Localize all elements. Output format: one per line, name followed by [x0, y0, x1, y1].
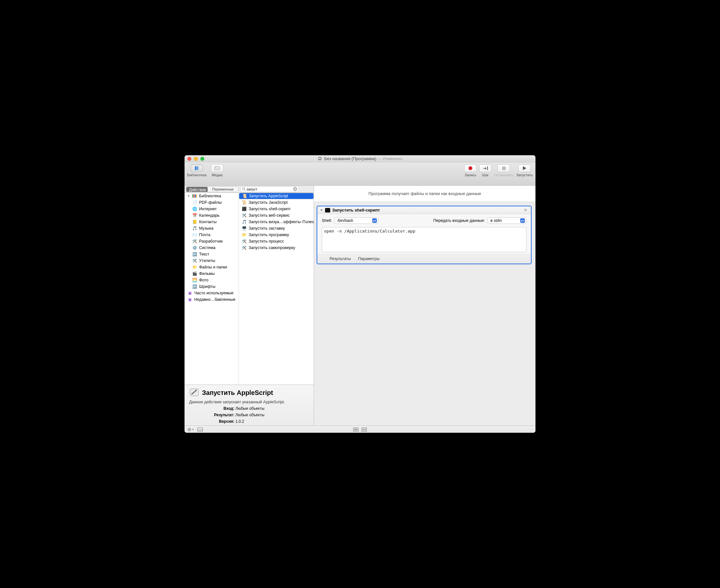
media-icon [214, 166, 220, 170]
actions-variables-segmented: Действия Переменные [186, 186, 239, 192]
svg-rect-6 [192, 194, 193, 197]
shell-select[interactable]: /bin/bash ▴▾ [335, 217, 378, 224]
svg-point-4 [242, 188, 245, 190]
shell-label: Shell: [322, 218, 332, 223]
movies-icon: 🎬 [192, 271, 197, 276]
internet-icon: 🌐 [192, 206, 197, 212]
params-tab[interactable]: Параметры [358, 256, 380, 261]
library-root-label: Библиотека [199, 194, 221, 198]
detail-description: Данное действие запускает указанный Appl… [189, 400, 310, 404]
clear-search-button[interactable]: ✕ [293, 187, 297, 191]
sidebar-item[interactable]: 📅Календарь [184, 212, 239, 219]
sidebar-item[interactable]: ⚙️Система [184, 245, 239, 251]
sidebar-item[interactable]: 🌐Интернет [184, 206, 239, 212]
svg-rect-20 [362, 427, 367, 429]
disclosure-triangle-icon[interactable]: ▼ [320, 208, 323, 212]
toggle-detail-button[interactable] [198, 427, 203, 432]
terminal-icon: ⬛ [241, 206, 247, 212]
sidebar-item[interactable]: 🔤Текст [184, 251, 239, 257]
music-icon: 🎵 [192, 226, 197, 231]
remove-action-button[interactable]: ✕ [523, 208, 528, 212]
tab-variables[interactable]: Переменные [208, 187, 238, 192]
record-icon [468, 166, 472, 170]
shell-script-textarea[interactable]: open -n /Applications/Calculator.app [322, 227, 526, 252]
dropdown-icon: ▴▾ [372, 218, 377, 223]
step-button[interactable]: ➔ [479, 164, 492, 172]
detail-input: Вход: Любые объекты [189, 406, 310, 411]
action-item[interactable]: 📜Запустить JavaScript [239, 199, 314, 206]
action-item[interactable]: 📜Запустить AppleScript [239, 193, 314, 199]
svg-rect-1 [319, 158, 321, 159]
smart-folder-icon: ▣ [187, 290, 192, 296]
flow-view-button[interactable] [362, 427, 367, 432]
search-input[interactable] [247, 187, 292, 191]
window-modified-indicator: — Изменено [378, 156, 402, 161]
action-item[interactable]: 🖥️Запустить заставку [239, 225, 314, 232]
toolbar-run-label: Запустить [516, 173, 533, 177]
results-tab[interactable]: Результаты [329, 256, 351, 261]
tab-actions[interactable]: Действия [186, 187, 208, 192]
applescript-icon: 📜 [242, 193, 247, 198]
step-icon: ➔ [483, 166, 488, 171]
detail-title: Запустить AppleScript [189, 387, 310, 398]
status-bar: ▾ [184, 426, 536, 433]
svg-rect-21 [362, 430, 367, 431]
files-icon: 📁 [192, 265, 197, 270]
panel-icon [198, 427, 203, 432]
search-field-wrapper: ✕ [241, 186, 299, 192]
detail-version: Версия: 1.0.2 [189, 419, 310, 424]
toolbar-stop-label: Остановить [494, 173, 514, 177]
sidebar-smart-item[interactable]: ▣Недавно…бавленные [184, 296, 239, 303]
mail-icon: ✉️ [192, 232, 197, 237]
selftest-icon: 🛠️ [241, 245, 247, 250]
window-title: Без названия (Программа) — Изменено [184, 156, 536, 161]
stop-button[interactable] [498, 164, 510, 172]
gear-menu-button[interactable]: ▾ [187, 427, 194, 432]
sidebar-item[interactable]: 📁Файлы и папки [184, 264, 239, 270]
category-list[interactable]: ▼ Библиотека 📄PDF-файлы 🌐Интернет 📅Кален… [184, 193, 239, 384]
automator-window: Без названия (Программа) — Изменено Библ… [184, 155, 536, 433]
sidebar-item[interactable]: 🌅Фото [184, 277, 239, 283]
sidebar-item[interactable]: 🎵Музыка [184, 225, 239, 232]
action-item[interactable]: 📁Запустить программу [239, 232, 314, 238]
sidebar-smart-item[interactable]: ▣Часто используемые [184, 290, 239, 296]
action-item[interactable]: 🛠️Запустить процесс [239, 238, 314, 245]
window-title-text: Без названия (Программа) [324, 156, 376, 161]
library-root[interactable]: ▼ Библиотека [184, 193, 239, 199]
text-icon: 🔤 [192, 252, 197, 257]
toggle-library-button[interactable] [191, 164, 203, 172]
pass-input-select[interactable]: в stdin ▴▾ [487, 217, 526, 224]
minimize-window-button[interactable] [194, 157, 198, 161]
chevron-down-icon: ▾ [192, 428, 194, 431]
sidebar-item[interactable]: 🛠️Утилиты [184, 257, 239, 264]
sidebar-item[interactable]: 🛠️Разработчик [184, 238, 239, 245]
library-subbar: Действия Переменные ✕ [184, 186, 314, 193]
log-view-button[interactable] [353, 427, 358, 432]
fonts-icon: 🔤 [192, 284, 197, 289]
terminal-icon [325, 208, 330, 212]
contacts-icon: 📒 [192, 219, 197, 225]
action-item[interactable]: 🛠️Запустить самопроверку [239, 245, 314, 251]
action-item[interactable]: 🛠️Запустить веб-сервис [239, 212, 314, 219]
close-window-button[interactable] [187, 157, 191, 161]
workflow-canvas[interactable]: Программа получает файлы и папки как вхо… [314, 186, 536, 426]
stop-icon [502, 167, 506, 170]
action-item[interactable]: 🎵Запустить визуа…эффекты iTunes [239, 219, 314, 225]
toolbar: Библиотека Медиа Запись ➔ Шаг [184, 162, 536, 186]
action-list[interactable]: 📜Запустить AppleScript 📜Запустить JavaSc… [239, 193, 314, 384]
library-icon [192, 193, 197, 198]
sidebar-item[interactable]: 🔤Шрифты [184, 283, 239, 290]
itunes-icon: 🎵 [241, 219, 247, 225]
record-button[interactable] [464, 164, 477, 172]
sidebar-item[interactable]: 📒Контакты [184, 219, 239, 225]
sidebar-item[interactable]: 🎬Фильмы [184, 270, 239, 277]
svg-line-5 [244, 190, 245, 190]
media-button[interactable] [211, 164, 223, 172]
action-item[interactable]: ⬛Запустить shell-скрипт [239, 206, 314, 212]
sidebar-item[interactable]: 📄PDF-файлы [184, 199, 239, 206]
action-card-header[interactable]: ▼ Запустить shell-скрипт ✕ [317, 206, 531, 214]
disclosure-triangle-icon[interactable]: ▼ [187, 194, 190, 197]
zoom-window-button[interactable] [200, 157, 204, 161]
run-button[interactable] [518, 164, 531, 172]
sidebar-item[interactable]: ✉️Почта [184, 232, 239, 238]
